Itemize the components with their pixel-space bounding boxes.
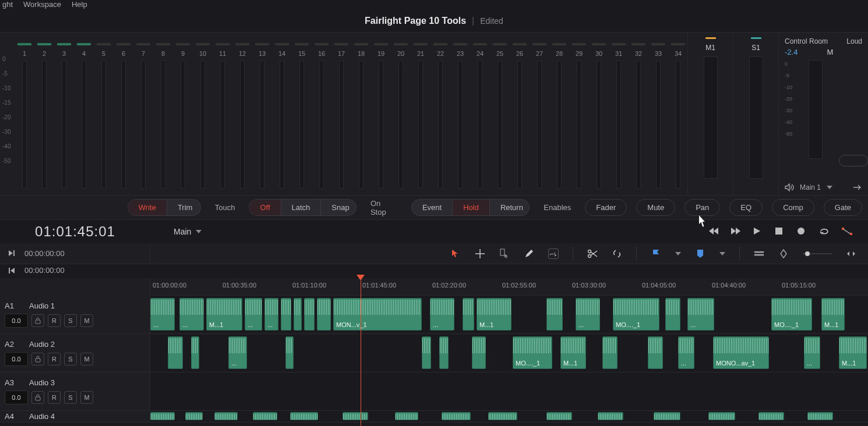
chevron-down-icon[interactable] bbox=[827, 186, 832, 189]
audio-clip[interactable] bbox=[214, 412, 238, 420]
track-volume[interactable]: 0.0 bbox=[5, 390, 28, 404]
automation-trim-button[interactable]: Trim bbox=[167, 200, 201, 215]
range-tool-icon[interactable] bbox=[475, 248, 485, 259]
channel-15[interactable]: 15 bbox=[294, 43, 310, 189]
solo-button[interactable]: S bbox=[64, 314, 77, 327]
enable-comp-button[interactable]: Comp bbox=[772, 199, 814, 216]
track-header-A2[interactable]: A2Audio 20.0RSM bbox=[0, 334, 150, 372]
track-header-A1[interactable]: A1Audio 10.0RSM bbox=[0, 296, 150, 333]
channel-1[interactable]: 1 bbox=[16, 43, 33, 189]
audio-clip[interactable]: ... bbox=[228, 336, 247, 369]
channel-11[interactable]: 11 bbox=[214, 43, 231, 189]
audio-clip[interactable] bbox=[598, 412, 623, 420]
track-lane-A2[interactable]: ...MO...._1M...1...MONO...av_1...M...1 bbox=[150, 334, 868, 372]
automation-tool-icon[interactable] bbox=[841, 227, 851, 236]
goto-end-icon[interactable] bbox=[8, 250, 15, 257]
audio-clip[interactable]: ... bbox=[576, 298, 600, 331]
audio-clip[interactable] bbox=[807, 412, 833, 420]
audio-clip[interactable] bbox=[439, 336, 449, 369]
mute-button[interactable]: M bbox=[80, 391, 93, 404]
edit-select-tool-icon[interactable] bbox=[499, 248, 510, 259]
chevron-down-icon[interactable] bbox=[675, 252, 681, 255]
channel-32[interactable]: 32 bbox=[630, 43, 647, 189]
timeline-view-icon[interactable] bbox=[754, 248, 764, 259]
scissors-icon[interactable] bbox=[587, 248, 598, 259]
channel-3[interactable]: 3 bbox=[56, 43, 72, 189]
audio-clip[interactable] bbox=[442, 412, 471, 420]
audio-clip[interactable] bbox=[422, 336, 431, 369]
enable-gate-button[interactable]: Gate bbox=[824, 199, 862, 216]
audio-clip[interactable] bbox=[463, 298, 474, 331]
track-lane-A3[interactable] bbox=[150, 372, 868, 410]
channel-30[interactable]: 30 bbox=[591, 43, 607, 189]
marker-blue-icon[interactable] bbox=[695, 248, 705, 259]
enable-pan-button[interactable]: Pan bbox=[684, 199, 720, 216]
playhead-marker[interactable] bbox=[357, 275, 365, 281]
audio-clip[interactable]: MO...._1 bbox=[613, 298, 659, 331]
audio-clip[interactable]: ... bbox=[179, 298, 204, 331]
channel-26[interactable]: 26 bbox=[511, 43, 528, 189]
touch-snap-button[interactable]: Snap bbox=[321, 200, 357, 215]
audio-clip[interactable]: ... bbox=[264, 298, 278, 331]
channel-4[interactable]: 4 bbox=[76, 43, 92, 189]
channel-2[interactable]: 2 bbox=[36, 43, 52, 189]
selection-tool-icon[interactable] bbox=[450, 248, 461, 259]
channel-5[interactable]: 5 bbox=[96, 43, 112, 189]
audio-clip[interactable]: M...1 bbox=[477, 298, 511, 331]
audio-clip[interactable] bbox=[317, 298, 331, 331]
channel-29[interactable]: 29 bbox=[571, 43, 587, 189]
onstop-event-button[interactable]: Event bbox=[412, 200, 453, 215]
goto-start-icon[interactable] bbox=[8, 267, 15, 274]
audio-clip[interactable]: ... bbox=[687, 298, 714, 331]
audio-clip[interactable]: MON...v_1 bbox=[333, 298, 422, 331]
track-volume[interactable]: 0.0 bbox=[5, 314, 28, 328]
lock-button[interactable] bbox=[31, 391, 44, 404]
touch-latch-button[interactable]: Latch bbox=[281, 200, 322, 215]
speaker-icon[interactable] bbox=[785, 183, 794, 191]
loudness-toggle[interactable] bbox=[839, 155, 868, 166]
chevron-down-icon[interactable] bbox=[719, 252, 725, 255]
audio-clip[interactable] bbox=[304, 298, 315, 331]
channel-14[interactable]: 14 bbox=[274, 43, 290, 189]
track-lane-A4[interactable] bbox=[150, 411, 868, 422]
arrow-right-icon[interactable] bbox=[853, 184, 862, 190]
enable-fader-button[interactable]: Fader bbox=[585, 199, 627, 216]
channel-10[interactable]: 10 bbox=[195, 43, 211, 189]
track-lane-A1[interactable]: ......M...1......MON...v_1...M...1...MO.… bbox=[150, 296, 868, 333]
audio-clip[interactable] bbox=[395, 412, 418, 420]
audio-clip[interactable]: ... bbox=[430, 298, 454, 331]
channel-20[interactable]: 20 bbox=[393, 43, 409, 189]
lock-button[interactable] bbox=[31, 314, 44, 327]
channel-22[interactable]: 22 bbox=[432, 43, 449, 189]
control-room-output[interactable]: Main 1 bbox=[800, 183, 821, 191]
audio-clip[interactable] bbox=[290, 412, 318, 420]
arm-button[interactable]: R bbox=[48, 391, 61, 404]
audio-clip[interactable]: M...1 bbox=[560, 336, 586, 369]
arm-button[interactable]: R bbox=[48, 314, 61, 327]
mute-button[interactable]: M bbox=[80, 314, 93, 327]
audio-clip[interactable]: ... bbox=[245, 298, 262, 331]
solo-button[interactable]: S bbox=[64, 353, 77, 365]
flag-blue-icon[interactable] bbox=[651, 248, 661, 259]
scrub-slider[interactable] bbox=[803, 248, 832, 259]
expand-icon[interactable] bbox=[846, 248, 856, 259]
chevron-down-icon[interactable] bbox=[196, 230, 202, 233]
onstop-hold-button[interactable]: Hold bbox=[453, 200, 490, 215]
channel-31[interactable]: 31 bbox=[611, 43, 627, 189]
channel-9[interactable]: 9 bbox=[175, 43, 191, 189]
audio-clip[interactable] bbox=[150, 412, 175, 420]
enable-mute-button[interactable]: Mute bbox=[636, 199, 675, 216]
fast-forward-button[interactable] bbox=[731, 227, 740, 236]
audio-clip[interactable] bbox=[546, 412, 572, 420]
audio-clip[interactable]: ... bbox=[678, 336, 694, 369]
channel-34[interactable]: 34 bbox=[670, 43, 686, 189]
track-volume[interactable]: 0.0 bbox=[5, 352, 28, 366]
touch-off-button[interactable]: Off bbox=[249, 200, 281, 215]
channel-16[interactable]: 16 bbox=[313, 43, 330, 189]
channel-28[interactable]: 28 bbox=[551, 43, 567, 189]
play-button[interactable] bbox=[753, 227, 762, 236]
track-header-A4[interactable]: A4Audio 4 bbox=[0, 411, 150, 422]
loop-button[interactable] bbox=[819, 227, 828, 236]
menu-item-workspace[interactable]: Workspace bbox=[23, 0, 61, 9]
channel-8[interactable]: 8 bbox=[155, 43, 171, 189]
